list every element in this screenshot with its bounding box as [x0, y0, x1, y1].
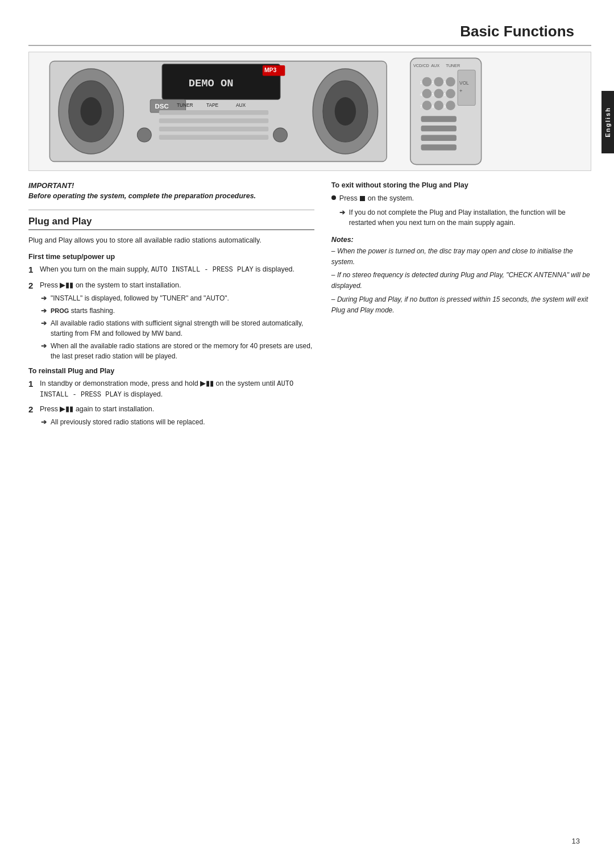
svg-text:AUX: AUX	[431, 63, 439, 68]
svg-text:TUNER: TUNER	[446, 63, 460, 68]
svg-text:7: 7	[420, 104, 422, 109]
divider	[28, 210, 314, 210]
device-image: DEMO ON DSC MP3 TUNER TAPE AUX	[28, 52, 591, 171]
important-label: IMPORTANT!	[28, 181, 314, 190]
svg-point-28	[446, 89, 455, 98]
arrow-signal: ➔ All available radio stations with suff…	[41, 318, 314, 339]
svg-text:+: +	[459, 88, 462, 94]
page-number: 13	[572, 837, 580, 845]
arrow-memory: ➔ When all the available radio stations …	[41, 341, 314, 361]
exit-arrow-text: If you do not complete the Plug and Play…	[349, 207, 591, 228]
step-2: 2 Press ▶▮▮ on the system to start insta…	[28, 280, 314, 361]
svg-rect-16	[159, 110, 268, 115]
svg-text:VOL: VOL	[459, 80, 469, 86]
svg-rect-18	[159, 127, 268, 131]
first-time-steps: 1 When you turn on the main supply, AUTO…	[28, 264, 314, 361]
svg-text:2: 2	[432, 80, 434, 85]
exit-heading: To exit without storing the Plug and Pla…	[331, 181, 591, 189]
note-1: – When the power is turned on, the disc …	[331, 246, 591, 268]
svg-text:5: 5	[432, 92, 434, 97]
svg-point-30	[434, 101, 443, 110]
notes-section: Notes: – When the power is turned on, th…	[331, 236, 591, 316]
right-column: To exit without storing the Plug and Pla…	[331, 181, 591, 431]
svg-point-21	[273, 128, 288, 142]
svg-text:TUNER: TUNER	[177, 102, 193, 108]
svg-point-12	[335, 97, 356, 126]
plug-and-play-intro: Plug and Play allows you to store all av…	[28, 235, 314, 246]
stop-symbol	[360, 196, 365, 201]
svg-point-26	[422, 89, 432, 98]
important-text: Before operating the system, complete th…	[28, 191, 314, 202]
svg-point-24	[434, 77, 443, 87]
exit-bullet: Press on the system.	[331, 193, 591, 204]
reinstall-steps: 1 In standby or demonstration mode, pres…	[28, 378, 314, 427]
svg-text:DEMO ON: DEMO ON	[189, 77, 234, 90]
svg-text:AUX: AUX	[236, 102, 246, 108]
exit-arrow: ➔ If you do not complete the Plug and Pl…	[339, 207, 591, 228]
first-time-heading: First time setup/power up	[28, 253, 314, 261]
svg-rect-43	[421, 135, 457, 141]
svg-text:9: 9	[443, 104, 446, 109]
english-tab-label: English	[604, 107, 611, 137]
bullet-icon	[331, 195, 336, 200]
notes-label: Notes:	[331, 236, 591, 244]
svg-point-27	[434, 89, 443, 98]
note-3: – During Plug and Play, if no button is …	[331, 294, 591, 316]
svg-text:4: 4	[420, 92, 422, 97]
svg-point-9	[80, 97, 101, 126]
svg-text:6: 6	[443, 92, 446, 97]
svg-text:VCD/CD: VCD/CD	[413, 63, 429, 68]
svg-point-29	[422, 101, 432, 110]
reinstall-step-1: 1 In standby or demonstration mode, pres…	[28, 378, 314, 400]
svg-point-20	[137, 128, 151, 142]
important-section: IMPORTANT! Before operating the system, …	[28, 181, 314, 202]
english-tab: English	[601, 91, 614, 153]
svg-text:MP3: MP3	[264, 67, 277, 73]
svg-point-25	[446, 77, 455, 87]
svg-rect-19	[159, 135, 268, 140]
page-title: Basic Functions	[28, 23, 591, 46]
step-1: 1 When you turn on the main supply, AUTO…	[28, 264, 314, 277]
svg-rect-17	[159, 118, 268, 123]
svg-text:1: 1	[420, 80, 422, 85]
reinstall-heading: To reinstall Plug and Play	[28, 367, 314, 375]
arrow-prog: ➔ PROG starts flashing.	[41, 306, 314, 316]
note-2: – If no stereo frequency is detected dur…	[331, 270, 591, 291]
svg-text:DSC: DSC	[155, 103, 169, 110]
svg-text:TAPE: TAPE	[206, 102, 219, 108]
svg-point-31	[446, 101, 455, 110]
arrow-replaced: ➔ All previously stored radio stations w…	[41, 417, 314, 427]
svg-rect-44	[421, 144, 457, 150]
plug-and-play-heading: Plug and Play	[28, 216, 314, 230]
svg-text:3: 3	[443, 80, 446, 85]
left-column: IMPORTANT! Before operating the system, …	[28, 181, 314, 431]
svg-text:8: 8	[432, 104, 434, 109]
svg-rect-42	[421, 126, 457, 131]
reinstall-step-2: 2 Press ▶▮▮ again to start installation.…	[28, 404, 314, 427]
exit-press-text: Press on the system.	[339, 193, 414, 204]
svg-point-23	[422, 77, 432, 87]
svg-rect-41	[421, 116, 457, 122]
arrow-install: ➔ "INSTALL" is displayed, followed by "T…	[41, 293, 314, 303]
